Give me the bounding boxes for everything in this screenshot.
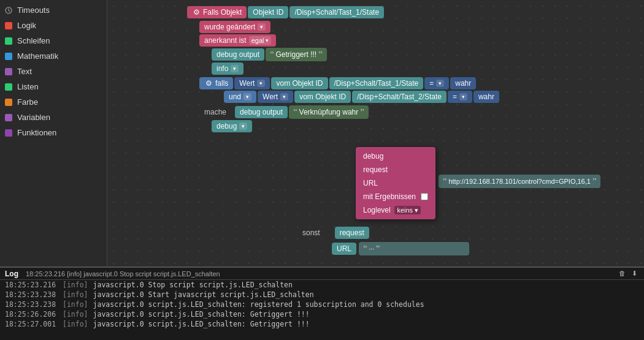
sidebar-item-funktionen[interactable]: Funktionen bbox=[0, 125, 107, 140]
sidebar-item-listen[interactable]: Listen bbox=[0, 79, 107, 94]
wert1-dropdown[interactable] bbox=[257, 80, 265, 87]
dropdown-item-request[interactable]: request bbox=[356, 163, 435, 176]
block-row-mache: mache debug output ❝ Verknüpfung wahr ❞ bbox=[199, 105, 644, 119]
loglevel-value[interactable]: keins ▾ bbox=[394, 206, 421, 214]
wert2-block[interactable]: Wert bbox=[258, 91, 293, 103]
request2-block[interactable]: request bbox=[335, 227, 369, 239]
url2-row: URL ❝ ··· ❞ bbox=[297, 242, 469, 255]
canvas-area[interactable]: ⚙ Falls Objekt Objekt ID /Disp+Schalt/Ta… bbox=[107, 0, 644, 266]
wert2-dropdown[interactable] bbox=[280, 93, 288, 100]
sidebar-item-timeouts[interactable]: Timeouts bbox=[0, 2, 107, 18]
url-value: http://192.168.178.101/control?cmd=GPIO,… bbox=[448, 178, 590, 185]
eq1-block[interactable]: = bbox=[424, 77, 449, 89]
blocks-container: ⚙ Falls Objekt Objekt ID /Disp+Schalt/Ta… bbox=[187, 0, 644, 140]
wurde-dropdown[interactable] bbox=[258, 23, 266, 31]
string-block-1[interactable]: ❝ Getriggert !!! ❞ bbox=[266, 48, 327, 61]
eq2-block[interactable]: = bbox=[448, 91, 472, 103]
getriggert-text: Getriggert !!! bbox=[276, 50, 317, 59]
log-msg-0: javascript.0 Stop script script.js.LED_s… bbox=[93, 281, 293, 289]
variablen-icon bbox=[5, 114, 12, 121]
falls-block[interactable]: ⚙ falls bbox=[199, 77, 233, 89]
sidebar-item-text[interactable]: Text bbox=[0, 64, 107, 79]
objekt-id-value: /Disp+Schalt/Tast_1/State bbox=[294, 8, 379, 17]
sidebar: Timeouts Logik Schleifen Mathematik Text… bbox=[0, 0, 107, 266]
eq1-dropdown[interactable] bbox=[436, 80, 444, 87]
dropdown-item-debug[interactable]: debug bbox=[356, 149, 435, 163]
log-row-0: 18:25:23.216 [info] javascript.0 Stop sc… bbox=[0, 280, 644, 290]
obj2-value-block[interactable]: /Disp+Schalt/Tast_2/State bbox=[352, 91, 447, 103]
gear-icon-falls: ⚙ bbox=[192, 8, 201, 17]
info-label: info bbox=[217, 64, 228, 73]
log-row-3: 18:25:26.206 [info] javascript.0 script.… bbox=[0, 309, 644, 319]
log-rows: 18:25:23.216 [info] javascript.0 Stop sc… bbox=[0, 280, 644, 340]
logik-icon bbox=[5, 22, 12, 29]
debug-dd-dropdown[interactable] bbox=[239, 123, 247, 130]
obj1-value: /Disp+Schalt/Tast_1/State bbox=[334, 79, 419, 88]
dropdown-item-mit-ergebnissen[interactable]: mit Ergebnissen bbox=[356, 190, 435, 203]
wurde-geaendert-label: wurde geändert bbox=[204, 23, 255, 31]
anerkannt-dropdown[interactable]: egal bbox=[249, 36, 271, 45]
log-row-2: 18:25:23.238 [info] javascript.0 script.… bbox=[0, 300, 644, 309]
timeouts-icon bbox=[5, 7, 12, 14]
eq2-dropdown[interactable] bbox=[459, 93, 467, 100]
sidebar-label-mathematik: Mathematik bbox=[17, 51, 58, 61]
dropdown-item-url[interactable]: URL bbox=[356, 176, 435, 190]
val1-block[interactable]: wahr bbox=[450, 77, 476, 89]
log-clear-icon[interactable]: 🗑 bbox=[617, 269, 627, 278]
mit-ergebnissen-checkbox[interactable] bbox=[421, 193, 428, 200]
anerkannt-block[interactable]: anerkannt ist egal bbox=[199, 34, 276, 47]
block-row-und: und Wert vom Objekt ID /Disp+Schalt/Tast… bbox=[224, 91, 644, 103]
log-download-icon[interactable]: ⬇ bbox=[630, 269, 639, 278]
objekt-id-block[interactable]: Objekt ID bbox=[248, 6, 288, 18]
sidebar-item-logik[interactable]: Logik bbox=[0, 18, 107, 33]
dropdown-item-loglevel[interactable]: Loglevel keins ▾ bbox=[356, 203, 435, 217]
log-row-1: 18:25:23.238 [info] javascript.0 Start j… bbox=[0, 290, 644, 300]
url-quote-open: ❝ bbox=[442, 176, 447, 186]
info-dropdown[interactable] bbox=[231, 65, 239, 72]
url2-string[interactable]: ❝ ··· ❞ bbox=[359, 242, 469, 255]
text-icon bbox=[5, 68, 12, 75]
sidebar-item-farbe[interactable]: Farbe bbox=[0, 94, 107, 110]
log-time-3: 18:25:26.206 bbox=[5, 310, 60, 319]
sidebar-item-mathematik[interactable]: Mathematik bbox=[0, 48, 107, 64]
block-row-info: info bbox=[212, 62, 644, 75]
svg-line-2 bbox=[9, 10, 10, 12]
wurde-geaendert-block[interactable]: wurde geändert bbox=[199, 21, 270, 33]
obj2-block[interactable]: vom Objekt ID bbox=[294, 91, 351, 103]
string-block-2[interactable]: ❝ Verknüpfung wahr ❞ bbox=[289, 105, 369, 119]
log-msg-1: javascript.0 Start javascript script.js.… bbox=[93, 290, 314, 299]
und-dropdown[interactable] bbox=[243, 93, 251, 100]
url2-block[interactable]: URL bbox=[332, 243, 356, 255]
debug-output-2-block[interactable]: debug output bbox=[235, 106, 288, 118]
val2-label: wahr bbox=[478, 93, 494, 101]
obj1-value-block[interactable]: /Disp+Schalt/Tast_1/State bbox=[329, 77, 424, 89]
obj1-block[interactable]: vom Objekt ID bbox=[271, 77, 328, 89]
log-row-4: 18:25:27.001 [info] javascript.0 script.… bbox=[0, 319, 644, 329]
dropdown-popup[interactable]: debug request URL mit Ergebnissen Loglev… bbox=[356, 147, 435, 219]
wert1-block[interactable]: Wert bbox=[234, 77, 270, 89]
debug-output-1-block[interactable]: debug output bbox=[212, 48, 264, 61]
block-row-falls-objekt: ⚙ Falls Objekt Objekt ID /Disp+Schalt/Ta… bbox=[187, 6, 644, 18]
info-block[interactable]: info bbox=[212, 62, 243, 75]
log-level-1: [info] bbox=[63, 290, 88, 299]
log-level-4: [info] bbox=[63, 320, 88, 328]
log-time-1: 18:25:23.238 bbox=[5, 290, 60, 299]
block-row-anerkannt: anerkannt ist egal bbox=[199, 34, 644, 47]
objekt-id-value-block[interactable]: /Disp+Schalt/Tast_1/State bbox=[289, 6, 384, 18]
url-string-block[interactable]: ❝ http://192.168.178.101/control?cmd=GPI… bbox=[439, 175, 600, 188]
sidebar-label-listen: Listen bbox=[17, 82, 39, 91]
block-row-debug1: debug output ❝ Getriggert !!! ❞ bbox=[212, 48, 644, 61]
log-level-3: [info] bbox=[63, 310, 88, 319]
sidebar-item-schleifen[interactable]: Schleifen bbox=[0, 33, 107, 48]
val2-block[interactable]: wahr bbox=[473, 91, 499, 103]
debug-dd-block[interactable]: debug bbox=[212, 120, 252, 132]
log-time-4: 18:25:27.001 bbox=[5, 320, 60, 328]
log-msg-3: javascript.0 script.js.LED_schalten: Get… bbox=[93, 310, 310, 319]
und-block[interactable]: und bbox=[224, 91, 256, 103]
log-icons: 🗑 ⬇ bbox=[617, 269, 639, 278]
url2-quote-close: ❞ bbox=[375, 244, 380, 254]
val1-label: wahr bbox=[455, 79, 471, 88]
debug-output-2-label: debug output bbox=[240, 108, 283, 116]
falls-objekt-block[interactable]: ⚙ Falls Objekt bbox=[187, 6, 247, 18]
sidebar-item-variablen[interactable]: Variablen bbox=[0, 110, 107, 125]
